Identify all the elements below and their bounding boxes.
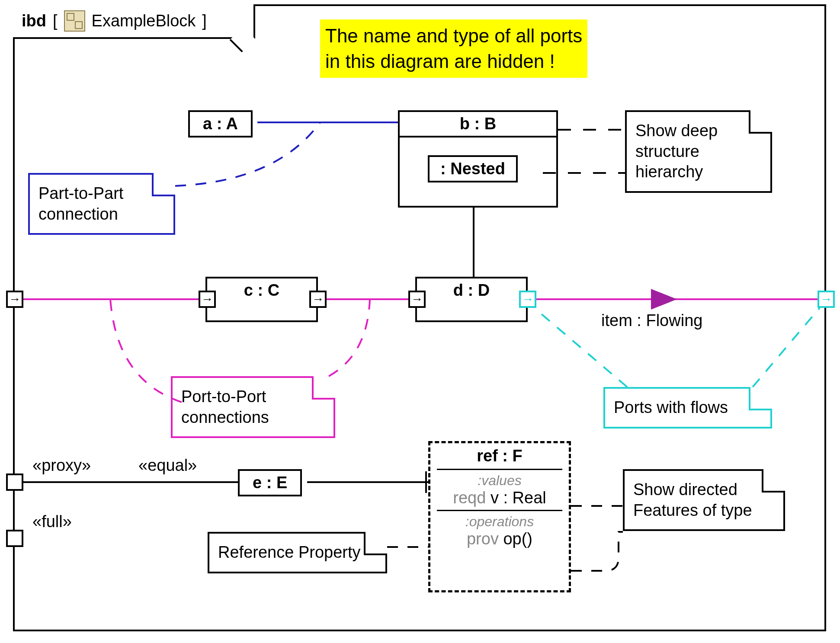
- item-flow-label: item : Flowing: [601, 311, 702, 330]
- block-c-out-port[interactable]: →: [309, 291, 327, 308]
- block-e[interactable]: e : E: [238, 469, 302, 496]
- full-label: «full»: [32, 512, 72, 531]
- frame-right-port[interactable]: →: [818, 291, 835, 308]
- arrow-right-icon: →: [522, 293, 534, 305]
- note-port-to-port: Port-to-Port connections: [171, 376, 335, 438]
- block-d-in-port[interactable]: →: [408, 291, 426, 308]
- block-a[interactable]: a : A: [188, 110, 253, 138]
- note-deep-structure: Show deep structure hierarchy: [625, 110, 772, 193]
- arrow-right-icon: →: [411, 293, 423, 305]
- frame-left-port[interactable]: →: [6, 291, 23, 308]
- block-a-label: a : A: [190, 112, 251, 136]
- warning-highlight: The name and type of all ports in this d…: [320, 19, 587, 78]
- block-e-label: e : E: [240, 471, 300, 495]
- block-c-label: c : C: [207, 278, 316, 302]
- frame-bracket-close: ]: [202, 12, 207, 30]
- ref-operations-body: prov op(): [437, 530, 562, 551]
- frame-header: ibd [ ExampleBlock ]: [13, 4, 255, 39]
- block-d-label: d : D: [417, 278, 526, 302]
- block-c-in-port[interactable]: →: [199, 291, 216, 308]
- ref-values-body: reqd v : Real: [437, 489, 562, 511]
- arrow-right-icon: →: [9, 293, 21, 305]
- frame-bracket-open: [: [53, 12, 58, 30]
- arrow-right-icon: →: [201, 293, 213, 305]
- block-ref-f[interactable]: ref : F :values reqd v : Real :operation…: [428, 441, 571, 592]
- arrow-right-icon: →: [312, 293, 324, 305]
- block-c[interactable]: c : C: [205, 277, 318, 322]
- note-part-to-part-connection: Part-to-Part connection: [28, 173, 175, 235]
- ref-values-heading: :values: [430, 473, 569, 489]
- note-reference-property: Reference Property: [208, 532, 387, 573]
- block-b-label: b : B: [400, 112, 556, 138]
- proxy-port[interactable]: [6, 473, 23, 491]
- note-directed-features: Show directed Features of type: [623, 469, 785, 531]
- diagram-canvas: ibd [ ExampleBlock ] The name and type o…: [0, 0, 840, 643]
- ref-operations-heading: :operations: [430, 514, 569, 530]
- frame-kind: ibd: [22, 12, 46, 30]
- full-port[interactable]: [6, 530, 23, 547]
- block-b[interactable]: b : B : Nested: [398, 110, 558, 208]
- frame-name: ExampleBlock: [92, 12, 196, 30]
- block-d[interactable]: d : D: [415, 277, 528, 322]
- proxy-label: «proxy»: [32, 456, 91, 475]
- block-d-out-port[interactable]: →: [519, 291, 536, 308]
- equal-label: «equal»: [138, 456, 197, 475]
- block-b-nested[interactable]: : Nested: [428, 155, 518, 182]
- ibd-icon: [64, 10, 85, 32]
- arrow-right-icon: →: [820, 293, 832, 305]
- note-ports-with-flows: Ports with flows: [603, 387, 772, 429]
- ref-title: ref : F: [437, 443, 562, 470]
